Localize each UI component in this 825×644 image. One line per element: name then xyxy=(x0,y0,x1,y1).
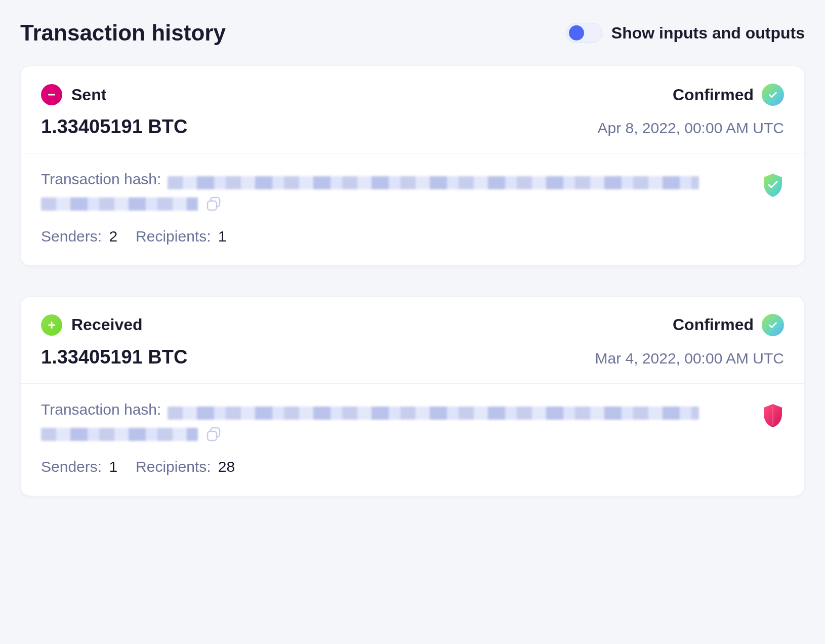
amount: 1.33405191 BTC xyxy=(41,346,187,368)
senders-value: 2 xyxy=(109,228,117,245)
check-circle-icon xyxy=(762,314,784,336)
status-text: Confirmed xyxy=(673,86,754,104)
svg-rect-6 xyxy=(208,431,217,440)
transaction-card: Sent Confirmed 1.33405191 BTC Apr 8, 202… xyxy=(20,66,805,266)
recipients-value: 1 xyxy=(218,228,227,245)
hash-value-redacted xyxy=(168,407,699,420)
timestamp: Apr 8, 2022, 00:00 AM UTC xyxy=(597,119,784,137)
direction-label: Received xyxy=(71,315,143,334)
minus-icon xyxy=(41,84,62,105)
copy-icon[interactable] xyxy=(205,195,222,213)
shield-verified-icon xyxy=(762,173,784,198)
hash-value-redacted-2 xyxy=(41,428,198,441)
check-circle-icon xyxy=(762,84,784,106)
svg-rect-0 xyxy=(48,94,55,96)
card-top: Sent Confirmed 1.33405191 BTC Apr 8, 202… xyxy=(21,66,804,153)
recipients-count: Recipients: 28 xyxy=(136,458,235,475)
header: Transaction history Show inputs and outp… xyxy=(20,20,805,46)
svg-rect-2 xyxy=(208,201,217,210)
recipients-count: Recipients: 1 xyxy=(136,228,226,245)
status-text: Confirmed xyxy=(673,315,754,334)
plus-icon xyxy=(41,314,62,336)
senders-label: Senders: xyxy=(41,458,102,475)
card-bottom: Transaction hash: xyxy=(21,153,804,265)
hash-value-redacted-2 xyxy=(41,197,198,211)
recipients-label: Recipients: xyxy=(136,458,211,475)
toggle-group: Show inputs and outputs xyxy=(566,23,805,43)
shield-alert-icon xyxy=(762,403,784,428)
direction-label: Sent xyxy=(71,86,106,104)
card-bottom: Transaction hash: xyxy=(21,383,804,496)
page-title: Transaction history xyxy=(20,20,226,46)
senders-count: Senders: 1 xyxy=(41,458,117,475)
senders-value: 1 xyxy=(109,458,117,475)
toggle-knob xyxy=(569,25,584,41)
senders-count: Senders: 2 xyxy=(41,228,117,245)
senders-label: Senders: xyxy=(41,228,102,245)
recipients-value: 28 xyxy=(218,458,235,475)
hash-value-redacted xyxy=(168,176,699,189)
transaction-card: Received Confirmed 1.33405191 BTC Mar 4,… xyxy=(20,296,805,496)
timestamp: Mar 4, 2022, 00:00 AM UTC xyxy=(595,350,784,367)
hash-label: Transaction hash: xyxy=(41,401,161,418)
svg-rect-4 xyxy=(51,321,53,329)
recipients-label: Recipients: xyxy=(136,228,211,245)
toggle-inputs-outputs[interactable] xyxy=(566,23,602,43)
card-top: Received Confirmed 1.33405191 BTC Mar 4,… xyxy=(21,297,804,383)
amount: 1.33405191 BTC xyxy=(41,116,187,138)
copy-icon[interactable] xyxy=(205,426,222,443)
hash-label: Transaction hash: xyxy=(41,171,161,187)
toggle-label: Show inputs and outputs xyxy=(611,24,805,43)
